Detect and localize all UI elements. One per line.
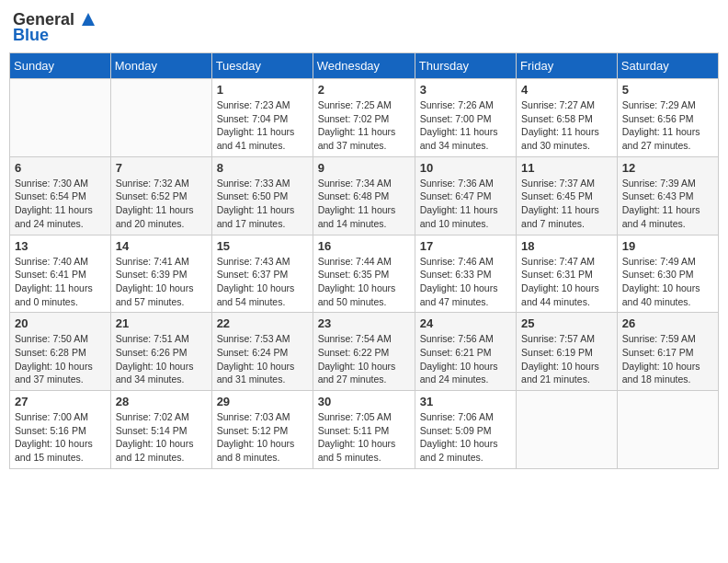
day-number: 5 <box>622 83 713 97</box>
day-info: Sunrise: 7:56 AMSunset: 6:21 PMDaylight:… <box>420 332 511 386</box>
day-info: Sunrise: 7:02 AMSunset: 5:14 PMDaylight:… <box>116 410 207 465</box>
day-cell: 27Sunrise: 7:00 AMSunset: 5:16 PMDayligh… <box>10 391 111 469</box>
day-cell: 12Sunrise: 7:39 AMSunset: 6:43 PMDayligh… <box>617 156 718 235</box>
day-info: Sunrise: 7:25 AMSunset: 7:02 PMDaylight:… <box>318 98 410 153</box>
day-info: Sunrise: 7:49 AMSunset: 6:30 PMDaylight:… <box>622 255 713 309</box>
day-cell: 26Sunrise: 7:59 AMSunset: 6:17 PMDayligh… <box>617 313 718 391</box>
day-number: 6 <box>15 161 106 175</box>
header-day-friday: Friday <box>517 53 618 79</box>
day-info: Sunrise: 7:33 AMSunset: 6:50 PMDaylight:… <box>217 177 308 231</box>
day-cell <box>110 79 211 157</box>
day-number: 14 <box>116 239 207 253</box>
header-day-sunday: Sunday <box>10 53 111 79</box>
day-number: 18 <box>521 239 612 253</box>
day-info: Sunrise: 7:40 AMSunset: 6:41 PMDaylight:… <box>15 255 106 309</box>
day-info: Sunrise: 7:44 AMSunset: 6:35 PMDaylight:… <box>318 255 410 309</box>
day-info: Sunrise: 7:05 AMSunset: 5:11 PMDaylight:… <box>318 410 410 465</box>
day-number: 23 <box>318 316 410 330</box>
day-number: 28 <box>116 395 207 408</box>
header-day-monday: Monday <box>110 53 211 79</box>
header-day-thursday: Thursday <box>415 53 516 79</box>
day-cell: 7Sunrise: 7:32 AMSunset: 6:52 PMDaylight… <box>110 156 211 235</box>
day-number: 15 <box>217 239 308 253</box>
day-number: 4 <box>521 83 612 97</box>
day-info: Sunrise: 7:37 AMSunset: 6:45 PMDaylight:… <box>521 177 612 231</box>
day-cell <box>517 391 618 469</box>
day-number: 16 <box>318 239 410 253</box>
day-number: 17 <box>420 239 511 253</box>
day-cell: 14Sunrise: 7:41 AMSunset: 6:39 PMDayligh… <box>110 235 211 313</box>
day-info: Sunrise: 7:23 AMSunset: 7:04 PMDaylight:… <box>217 98 308 153</box>
day-cell: 2Sunrise: 7:25 AMSunset: 7:02 PMDaylight… <box>313 79 415 157</box>
day-cell: 30Sunrise: 7:05 AMSunset: 5:11 PMDayligh… <box>313 391 415 469</box>
day-cell: 20Sunrise: 7:50 AMSunset: 6:28 PMDayligh… <box>10 313 111 391</box>
day-number: 21 <box>116 316 207 330</box>
day-number: 12 <box>622 161 713 175</box>
header-day-saturday: Saturday <box>617 53 718 79</box>
day-info: Sunrise: 7:06 AMSunset: 5:09 PMDaylight:… <box>420 410 511 465</box>
day-number: 29 <box>217 395 308 408</box>
day-number: 26 <box>622 316 713 330</box>
logo-blue-text: Blue <box>13 26 49 45</box>
calendar-table: SundayMondayTuesdayWednesdayThursdayFrid… <box>9 52 719 469</box>
day-cell: 31Sunrise: 7:06 AMSunset: 5:09 PMDayligh… <box>415 391 516 469</box>
day-cell: 23Sunrise: 7:54 AMSunset: 6:22 PMDayligh… <box>313 313 415 391</box>
logo-icon <box>78 9 98 29</box>
day-number: 1 <box>217 83 308 97</box>
day-cell: 22Sunrise: 7:53 AMSunset: 6:24 PMDayligh… <box>211 313 313 391</box>
day-info: Sunrise: 7:53 AMSunset: 6:24 PMDaylight:… <box>217 332 308 386</box>
day-info: Sunrise: 7:46 AMSunset: 6:33 PMDaylight:… <box>420 255 511 309</box>
day-number: 2 <box>318 83 410 97</box>
week-row-1: 1Sunrise: 7:23 AMSunset: 7:04 PMDaylight… <box>10 79 719 157</box>
day-info: Sunrise: 7:57 AMSunset: 6:19 PMDaylight:… <box>521 332 612 386</box>
day-cell: 9Sunrise: 7:34 AMSunset: 6:48 PMDaylight… <box>313 156 415 235</box>
week-row-4: 20Sunrise: 7:50 AMSunset: 6:28 PMDayligh… <box>10 313 719 391</box>
header-day-wednesday: Wednesday <box>313 53 415 79</box>
day-info: Sunrise: 7:50 AMSunset: 6:28 PMDaylight:… <box>15 332 106 386</box>
day-cell: 25Sunrise: 7:57 AMSunset: 6:19 PMDayligh… <box>517 313 618 391</box>
page-header: General Blue <box>9 9 719 45</box>
day-number: 30 <box>318 395 410 408</box>
day-info: Sunrise: 7:36 AMSunset: 6:47 PMDaylight:… <box>420 177 511 231</box>
day-cell: 1Sunrise: 7:23 AMSunset: 7:04 PMDaylight… <box>211 79 313 157</box>
week-row-5: 27Sunrise: 7:00 AMSunset: 5:16 PMDayligh… <box>10 391 719 469</box>
day-cell <box>10 79 111 157</box>
day-number: 8 <box>217 161 308 175</box>
svg-marker-0 <box>82 13 95 26</box>
day-cell: 19Sunrise: 7:49 AMSunset: 6:30 PMDayligh… <box>617 235 718 313</box>
day-info: Sunrise: 7:51 AMSunset: 6:26 PMDaylight:… <box>116 332 207 386</box>
day-number: 25 <box>521 316 612 330</box>
day-number: 31 <box>420 395 511 408</box>
day-cell: 10Sunrise: 7:36 AMSunset: 6:47 PMDayligh… <box>415 156 516 235</box>
day-info: Sunrise: 7:43 AMSunset: 6:37 PMDaylight:… <box>217 255 308 309</box>
day-info: Sunrise: 7:26 AMSunset: 7:00 PMDaylight:… <box>420 98 511 153</box>
day-cell: 29Sunrise: 7:03 AMSunset: 5:12 PMDayligh… <box>211 391 313 469</box>
day-cell: 11Sunrise: 7:37 AMSunset: 6:45 PMDayligh… <box>517 156 618 235</box>
day-number: 19 <box>622 239 713 253</box>
header-day-tuesday: Tuesday <box>211 53 313 79</box>
day-info: Sunrise: 7:54 AMSunset: 6:22 PMDaylight:… <box>318 332 410 386</box>
day-cell: 3Sunrise: 7:26 AMSunset: 7:00 PMDaylight… <box>415 79 516 157</box>
day-cell: 13Sunrise: 7:40 AMSunset: 6:41 PMDayligh… <box>10 235 111 313</box>
day-number: 13 <box>15 239 106 253</box>
week-row-2: 6Sunrise: 7:30 AMSunset: 6:54 PMDaylight… <box>10 156 719 235</box>
day-number: 10 <box>420 161 511 175</box>
day-cell: 5Sunrise: 7:29 AMSunset: 6:56 PMDaylight… <box>617 79 718 157</box>
day-number: 9 <box>318 161 410 175</box>
week-row-3: 13Sunrise: 7:40 AMSunset: 6:41 PMDayligh… <box>10 235 719 313</box>
day-info: Sunrise: 7:39 AMSunset: 6:43 PMDaylight:… <box>622 177 713 231</box>
day-number: 7 <box>116 161 207 175</box>
day-info: Sunrise: 7:03 AMSunset: 5:12 PMDaylight:… <box>217 410 308 465</box>
day-number: 11 <box>521 161 612 175</box>
day-info: Sunrise: 7:00 AMSunset: 5:16 PMDaylight:… <box>15 410 106 465</box>
day-info: Sunrise: 7:59 AMSunset: 6:17 PMDaylight:… <box>622 332 713 386</box>
day-cell <box>617 391 718 469</box>
day-cell: 18Sunrise: 7:47 AMSunset: 6:31 PMDayligh… <box>517 235 618 313</box>
day-cell: 15Sunrise: 7:43 AMSunset: 6:37 PMDayligh… <box>211 235 313 313</box>
day-cell: 28Sunrise: 7:02 AMSunset: 5:14 PMDayligh… <box>110 391 211 469</box>
day-number: 24 <box>420 316 511 330</box>
day-info: Sunrise: 7:34 AMSunset: 6:48 PMDaylight:… <box>318 177 410 231</box>
day-number: 22 <box>217 316 308 330</box>
day-cell: 24Sunrise: 7:56 AMSunset: 6:21 PMDayligh… <box>415 313 516 391</box>
day-info: Sunrise: 7:47 AMSunset: 6:31 PMDaylight:… <box>521 255 612 309</box>
